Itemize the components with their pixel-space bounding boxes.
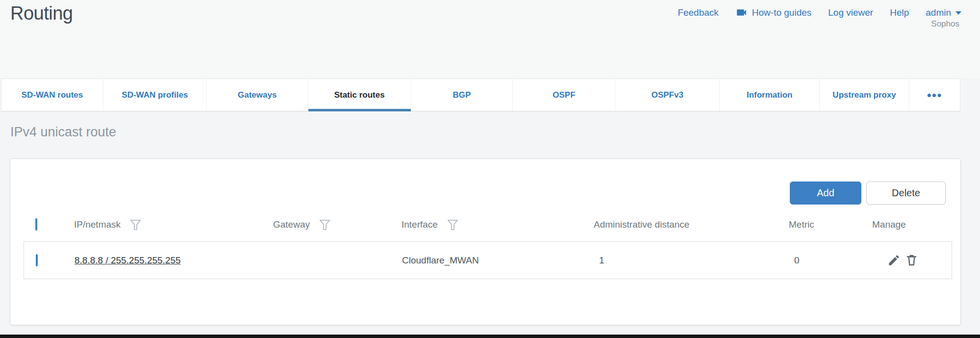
howto-guides-label: How-to guides	[752, 7, 811, 18]
add-button[interactable]: Add	[790, 182, 861, 205]
admin-label: admin	[926, 7, 951, 18]
edit-icon[interactable]	[887, 254, 901, 267]
video-camera-icon	[735, 6, 748, 19]
col-interface: Interface	[402, 219, 438, 230]
filter-icon[interactable]	[129, 218, 142, 232]
help-label: Help	[890, 7, 909, 18]
filter-icon[interactable]	[446, 218, 459, 232]
admin-menu[interactable]: admin	[926, 7, 961, 18]
row-metric-cell: 0	[789, 255, 873, 266]
delete-button[interactable]: Delete	[866, 182, 946, 205]
table-row: 8.8.8.8 / 255.255.255.255 Cloudflare_MWA…	[24, 241, 952, 279]
tab-overflow-ellipsis[interactable]: •••	[909, 79, 960, 111]
ipv4-route-panel: Add Delete IP/netmask Gateway Interface	[10, 158, 961, 325]
section-heading: IPv4 unicast route	[10, 125, 116, 140]
route-ip-link[interactable]: 8.8.8.8 / 255.255.255.255	[75, 255, 181, 265]
tab-label: SD-WAN routes	[22, 90, 83, 100]
tab-bgp[interactable]: BGP	[411, 79, 513, 111]
tab-label: Information	[747, 90, 793, 100]
row-checkbox[interactable]	[36, 254, 38, 266]
tab-upstream-proxy[interactable]: Upstream proxy	[820, 79, 909, 111]
feedback-link[interactable]: Feedback	[678, 7, 718, 18]
filter-icon[interactable]	[318, 218, 331, 232]
tab-bar: SD-WAN routes SD-WAN profiles Gateways S…	[1, 78, 960, 111]
tab-label: SD-WAN profiles	[122, 90, 188, 100]
tab-information[interactable]: Information	[720, 79, 820, 111]
row-interface-cell: Cloudflare_MWAN	[402, 255, 594, 266]
tab-label: BGP	[453, 90, 471, 100]
row-manage-cell	[873, 254, 952, 267]
tab-label: Static routes	[334, 90, 385, 100]
log-viewer-link[interactable]: Log viewer	[828, 7, 873, 18]
row-admin-distance-cell: 1	[594, 255, 789, 266]
col-manage: Manage	[872, 219, 906, 230]
col-admin-distance: Administrative distance	[594, 219, 689, 230]
tab-static-routes[interactable]: Static routes	[308, 79, 411, 111]
tab-label: Gateways	[238, 90, 276, 100]
brand-label: Sophos	[931, 19, 959, 29]
tab-sd-wan-profiles[interactable]: SD-WAN profiles	[103, 79, 207, 111]
howto-guides-link[interactable]: How-to guides	[735, 6, 811, 19]
col-ip-netmask: IP/netmask	[74, 219, 121, 230]
select-all-checkbox[interactable]	[35, 218, 37, 231]
tab-label: Upstream proxy	[832, 90, 896, 100]
ellipsis-icon: •••	[927, 88, 942, 102]
chevron-down-icon	[955, 11, 961, 15]
tab-gateways[interactable]: Gateways	[207, 79, 308, 111]
table-header: IP/netmask Gateway Interface Administrat…	[24, 213, 952, 236]
col-gateway: Gateway	[273, 219, 310, 230]
log-viewer-label: Log viewer	[828, 7, 873, 18]
help-link[interactable]: Help	[890, 7, 909, 18]
tab-label: OSPF	[553, 90, 575, 100]
tab-label: OSPFv3	[652, 90, 683, 100]
tab-sd-wan-routes[interactable]: SD-WAN routes	[1, 79, 103, 111]
delete-icon[interactable]	[905, 254, 918, 267]
feedback-label: Feedback	[678, 7, 718, 18]
toolbar: Add Delete	[790, 182, 946, 205]
window-bottom-edge	[0, 335, 980, 338]
tab-ospfv3[interactable]: OSPFv3	[615, 79, 720, 111]
top-navigation: Feedback How-to guides Log viewer Help a…	[678, 6, 961, 19]
tab-ospf[interactable]: OSPF	[513, 79, 615, 111]
col-metric: Metric	[789, 219, 814, 230]
routing-page: Routing Feedback How-to guides Log viewe…	[0, 0, 980, 338]
page-title: Routing	[10, 3, 73, 24]
